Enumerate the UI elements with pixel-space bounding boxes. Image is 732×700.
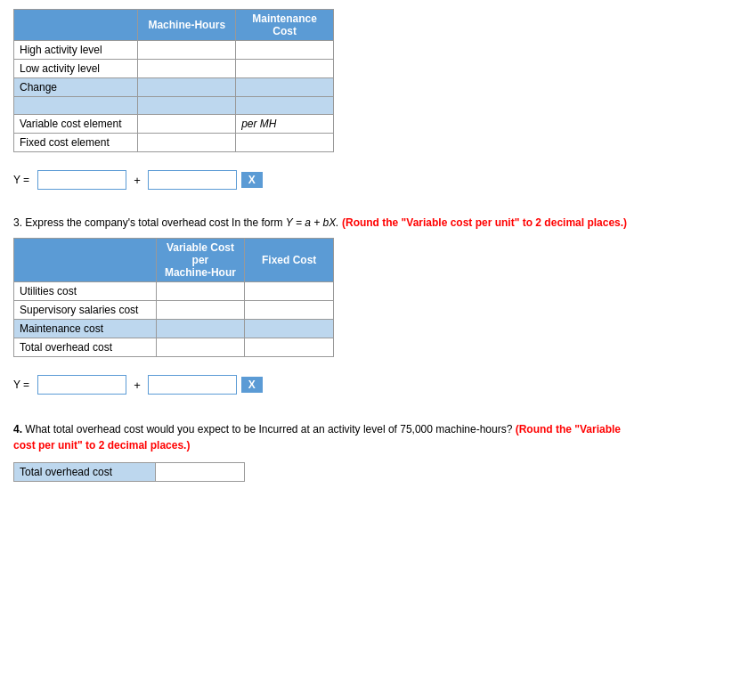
section3-table: Variable Cost perMachine-Hour Fixed Cost… xyxy=(13,238,334,357)
change-label: Change xyxy=(14,78,138,97)
spacer-col1 xyxy=(138,97,236,115)
spacer-col2 xyxy=(236,97,334,115)
utilities-var-cost-input[interactable] xyxy=(162,285,240,297)
top-table-header-maintenance-cost: Maintenance Cost xyxy=(236,10,334,41)
supervisory-var-cost-input[interactable] xyxy=(162,304,240,316)
equation2-plus: + xyxy=(131,378,143,392)
high-activity-maint-cost-input[interactable] xyxy=(241,44,328,56)
high-activity-machine-hours-input[interactable] xyxy=(143,44,230,56)
low-activity-machine-hours-input[interactable] xyxy=(143,62,230,75)
high-activity-label: High activity level xyxy=(14,41,138,60)
section4-heading-plain: 4. What total overhead cost would you ex… xyxy=(13,423,512,435)
equation1-input1[interactable] xyxy=(37,170,126,190)
equation2-x-label: X xyxy=(241,377,263,393)
variable-cost-element-label: Variable cost element xyxy=(14,115,138,134)
low-activity-machine-hours-cell xyxy=(138,60,236,78)
maintenance-cost-label: Maintenance cost xyxy=(14,320,157,338)
spacer-row xyxy=(14,97,334,115)
equation1-label: Y = xyxy=(13,174,29,186)
section4-total-overhead-label: Total overhead cost xyxy=(14,463,156,482)
supervisory-label: Supervisory salaries cost xyxy=(14,301,157,320)
section3-header-fixed-cost: Fixed Cost xyxy=(245,239,334,282)
maintenance-fixed-cost-cell xyxy=(245,320,334,338)
table-row: Low activity level xyxy=(14,60,334,78)
equation2-label: Y = xyxy=(13,378,29,391)
section3-header-var-cost: Variable Cost perMachine-Hour xyxy=(156,239,245,282)
fixed-cost-element-col2 xyxy=(236,134,334,152)
total-overhead-cost-label: Total overhead cost xyxy=(14,338,157,357)
section3-header-row: Variable Cost perMachine-Hour Fixed Cost xyxy=(14,239,334,282)
section3-heading-plain: 3. Express the company's total overhead … xyxy=(13,216,339,229)
utilities-var-cost-cell xyxy=(156,282,245,301)
equation2-input1[interactable] xyxy=(37,375,126,395)
section4-heading: 4. What total overhead cost would you ex… xyxy=(13,421,637,453)
supervisory-fixed-cost-cell xyxy=(245,301,334,320)
top-table-header-machine-hours: Machine-Hours xyxy=(138,10,236,41)
fixed-cost-element-input-cell xyxy=(138,134,236,152)
maintenance-var-cost-input[interactable] xyxy=(162,322,240,335)
variable-cost-element-input-cell xyxy=(138,115,236,134)
change-maint-cost-input[interactable] xyxy=(241,81,328,94)
utilities-fixed-cost-cell xyxy=(245,282,334,301)
table-row: Total overhead cost xyxy=(14,338,334,357)
supervisory-var-cost-cell xyxy=(156,301,245,320)
equation1-x-label: X xyxy=(241,172,263,188)
fixed-cost-element-input[interactable] xyxy=(143,136,230,149)
supervisory-fixed-cost-input[interactable] xyxy=(250,304,328,316)
utilities-fixed-cost-input[interactable] xyxy=(250,285,328,297)
section4-total-overhead-value-cell xyxy=(156,463,245,482)
section3-heading: 3. Express the company's total overhead … xyxy=(13,216,719,229)
total-overhead-fixed-cost-cell xyxy=(245,338,334,357)
fixed-cost-element-label: Fixed cost element xyxy=(14,134,138,152)
table-row: Utilities cost xyxy=(14,282,334,301)
low-activity-maint-cost-cell xyxy=(236,60,334,78)
table-row: Maintenance cost xyxy=(14,320,334,338)
top-table: Machine-Hours Maintenance Cost High acti… xyxy=(13,9,334,152)
table-row: Variable cost element per MH xyxy=(14,115,334,134)
total-overhead-var-cost-input[interactable] xyxy=(162,341,240,354)
utilities-cost-label: Utilities cost xyxy=(14,282,157,301)
equation2-row: Y = + X xyxy=(13,375,719,395)
table-row: High activity level xyxy=(14,41,334,60)
table-row: Total overhead cost xyxy=(14,463,245,482)
top-table-header: Machine-Hours Maintenance Cost xyxy=(14,10,334,41)
spacer-label xyxy=(14,97,138,115)
equation1-row: Y = + X xyxy=(13,170,719,190)
equation1-plus: + xyxy=(131,174,143,187)
low-activity-maint-cost-input[interactable] xyxy=(241,62,328,75)
table-row: Supervisory salaries cost xyxy=(14,301,334,320)
top-table-header-empty xyxy=(14,10,138,41)
section4-table: Total overhead cost xyxy=(13,462,245,482)
change-machine-hours-input[interactable] xyxy=(143,81,230,94)
section3-heading-bold-red: (Round the "Variable cost per unit" to 2… xyxy=(342,216,627,229)
maintenance-fixed-cost-input[interactable] xyxy=(250,322,328,335)
high-activity-maint-cost-cell xyxy=(236,41,334,60)
total-overhead-fixed-cost-input[interactable] xyxy=(250,341,328,354)
change-maint-cost-cell xyxy=(236,78,334,97)
section3-header-empty xyxy=(14,239,157,282)
equation1-input2[interactable] xyxy=(148,170,237,190)
low-activity-label: Low activity level xyxy=(14,60,138,78)
equation2-input2[interactable] xyxy=(148,375,237,395)
change-machine-hours-cell xyxy=(138,78,236,97)
maintenance-var-cost-cell xyxy=(156,320,245,338)
table-row: Fixed cost element xyxy=(14,134,334,152)
table-row: Change xyxy=(14,78,334,97)
variable-cost-element-input[interactable] xyxy=(143,118,230,130)
total-overhead-var-cost-cell xyxy=(156,338,245,357)
section4-total-overhead-value-input[interactable] xyxy=(161,466,239,478)
variable-cost-per-mh-cell: per MH xyxy=(236,115,334,134)
high-activity-machine-hours-cell xyxy=(138,41,236,60)
fixed-cost-element-col2-input[interactable] xyxy=(241,136,328,149)
